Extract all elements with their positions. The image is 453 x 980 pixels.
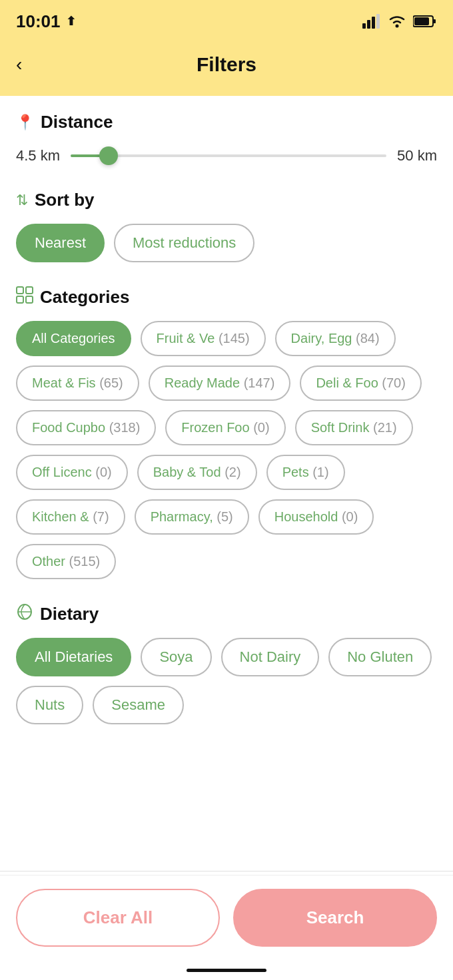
category-soft-drink[interactable]: Soft Drink (21) — [295, 410, 413, 445]
category-ready-made[interactable]: Ready Made (147) — [149, 366, 291, 401]
sort-by-header: ⇅ Sort by — [16, 190, 437, 210]
dietary-section: Dietary All Dietaries Soya Not Dairy No … — [16, 603, 437, 724]
categories-grid: All Categories Fruit & Ve (145) Dairy, E… — [16, 321, 437, 579]
svg-rect-10 — [17, 296, 23, 303]
battery-icon — [413, 14, 437, 29]
svg-rect-9 — [26, 287, 33, 294]
back-button[interactable]: ‹ — [16, 54, 22, 75]
dietary-icon — [16, 603, 33, 624]
category-off-licence[interactable]: Off Licenc (0) — [16, 455, 128, 490]
distance-header: 📍 Distance — [16, 112, 437, 132]
status-bar: 10:01 ⬆ — [0, 0, 453, 40]
dietary-no-gluten[interactable]: No Gluten — [328, 638, 432, 676]
category-frozen-food[interactable]: Frozen Foo (0) — [165, 410, 285, 445]
svg-point-4 — [396, 25, 399, 28]
svg-rect-2 — [372, 17, 375, 29]
categories-header: Categories — [16, 286, 437, 308]
distance-max-label: 50 km — [397, 147, 437, 164]
dietary-sesame[interactable]: Sesame — [93, 686, 184, 724]
dietary-grid: All Dietaries Soya Not Dairy No Gluten N… — [16, 638, 437, 724]
svg-rect-8 — [17, 287, 23, 294]
sort-nearest-button[interactable]: Nearest — [16, 224, 105, 262]
category-pets[interactable]: Pets (1) — [266, 455, 345, 490]
svg-rect-11 — [26, 296, 33, 303]
sort-most-reductions-button[interactable]: Most reductions — [114, 224, 254, 262]
category-pharmacy[interactable]: Pharmacy, (5) — [135, 499, 249, 535]
dietary-title: Dietary — [40, 604, 99, 624]
sort-icon: ⇅ — [16, 192, 28, 209]
location-pin-icon: 📍 — [16, 114, 34, 131]
dietary-not-dairy[interactable]: Not Dairy — [221, 638, 320, 676]
dietary-all[interactable]: All Dietaries — [16, 638, 131, 676]
category-other[interactable]: Other (515) — [16, 544, 116, 579]
category-dairy-egg[interactable]: Dairy, Egg (84) — [275, 321, 396, 356]
dietary-header: Dietary — [16, 603, 437, 624]
slider-track — [71, 154, 386, 157]
dietary-nuts[interactable]: Nuts — [16, 686, 83, 724]
clear-all-button[interactable]: Clear All — [16, 889, 220, 947]
category-meat-fish[interactable]: Meat & Fis (65) — [16, 366, 139, 401]
svg-rect-0 — [362, 23, 366, 29]
wifi-icon — [388, 14, 406, 29]
distance-slider[interactable] — [71, 146, 386, 166]
svg-rect-3 — [376, 14, 380, 29]
distance-title: Distance — [41, 112, 113, 132]
search-button[interactable]: Search — [233, 889, 437, 947]
sort-by-title: Sort by — [35, 190, 95, 210]
sort-options: Nearest Most reductions — [16, 224, 437, 262]
category-all[interactable]: All Categories — [16, 321, 131, 356]
location-arrow-icon: ⬆ — [66, 14, 76, 29]
category-household[interactable]: Household (0) — [258, 499, 374, 535]
distance-slider-container: 4.5 km 50 km — [16, 146, 437, 166]
categories-title: Categories — [40, 287, 129, 308]
svg-rect-6 — [433, 19, 436, 23]
status-icons — [362, 14, 437, 29]
slider-thumb[interactable] — [99, 146, 118, 165]
category-kitchen[interactable]: Kitchen & (7) — [16, 499, 125, 535]
distance-section: 📍 Distance 4.5 km 50 km — [16, 112, 437, 166]
signal-icon — [362, 14, 381, 29]
bottom-divider — [0, 871, 453, 871]
dietary-soya[interactable]: Soya — [141, 638, 211, 676]
status-time: 10:01 ⬆ — [16, 11, 76, 32]
svg-rect-7 — [414, 17, 429, 25]
home-indicator — [187, 969, 266, 972]
bottom-bar: Clear All Search — [0, 875, 453, 980]
category-baby-tod[interactable]: Baby & Tod (2) — [137, 455, 257, 490]
header: ‹ Filters — [0, 40, 453, 96]
categories-section: Categories All Categories Fruit & Ve (14… — [16, 286, 437, 579]
distance-min-label: 4.5 km — [16, 147, 60, 164]
sort-by-section: ⇅ Sort by Nearest Most reductions — [16, 190, 437, 262]
page-title: Filters — [197, 53, 256, 76]
categories-icon — [16, 286, 33, 308]
category-deli-food[interactable]: Deli & Foo (70) — [300, 366, 422, 401]
time-display: 10:01 — [16, 11, 61, 32]
svg-rect-1 — [367, 20, 370, 29]
category-food-cupboard[interactable]: Food Cupbo (318) — [16, 410, 156, 445]
category-fruit-veg[interactable]: Fruit & Ve (145) — [141, 321, 266, 356]
content: 📍 Distance 4.5 km 50 km ⇅ Sort by Neares… — [0, 96, 453, 871]
